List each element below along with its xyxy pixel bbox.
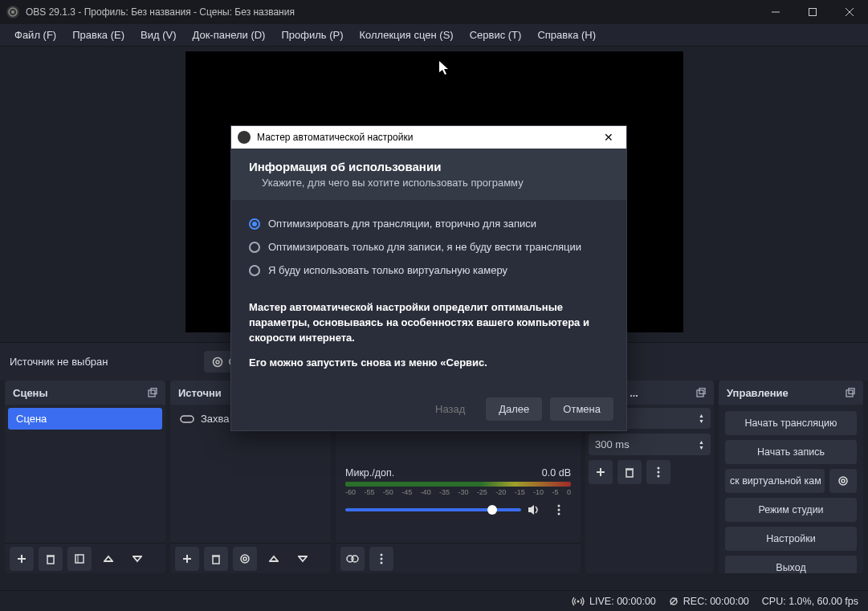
add-transition-button[interactable] — [589, 460, 613, 484]
svg-point-23 — [558, 505, 560, 507]
popout-icon[interactable] — [846, 388, 855, 397]
menu-file[interactable]: Файл (F) — [6, 26, 64, 44]
option-streaming[interactable]: Оптимизировать для трансляции, вторично … — [249, 218, 609, 230]
status-cpu: CPU: 1.0%, 60.00 fps — [762, 596, 858, 607]
remove-source-button[interactable] — [204, 547, 228, 571]
popout-icon[interactable] — [696, 388, 706, 397]
menu-help[interactable]: Справка (H) — [529, 26, 604, 44]
svg-point-37 — [658, 467, 660, 470]
source-up-button[interactable] — [262, 547, 286, 571]
dialog-header: Информация об использовании Укажите, для… — [231, 149, 626, 200]
next-button[interactable]: Далее — [486, 397, 542, 421]
remove-transition-button[interactable] — [617, 460, 642, 484]
scenes-dock: Сцены Сцена — [5, 381, 165, 573]
svg-point-28 — [381, 553, 383, 556]
back-button[interactable]: Назад — [422, 397, 478, 421]
titlebar: OBS 29.1.3 - Профиль: Без названия - Сце… — [0, 0, 868, 24]
studio-mode-button[interactable]: Режим студии — [725, 498, 857, 522]
menu-scenes[interactable]: Коллекция сцен (S) — [352, 26, 462, 44]
source-down-button[interactable] — [291, 547, 315, 571]
volume-slider[interactable] — [345, 508, 521, 511]
option-recording[interactable]: Оптимизировать только для записи, я не б… — [249, 241, 609, 253]
transition-props-button[interactable] — [646, 460, 670, 484]
source-props-button[interactable] — [233, 547, 257, 571]
record-icon — [669, 597, 679, 606]
gamepad-icon — [180, 414, 194, 424]
svg-point-24 — [558, 509, 560, 511]
svg-point-6 — [214, 357, 222, 366]
mixer-menu-button[interactable] — [369, 547, 393, 571]
minimize-button[interactable] — [757, 0, 794, 24]
popout-icon[interactable] — [148, 388, 157, 397]
window-title: OBS 29.1.3 - Профиль: Без названия - Сце… — [26, 6, 757, 18]
scene-up-button[interactable] — [96, 547, 120, 571]
radio-icon — [249, 242, 260, 253]
svg-rect-41 — [849, 389, 854, 394]
meter-ticks: -60-55-50-45-40-35-30-25-20-15-10-50 — [345, 488, 571, 496]
duration-spinner[interactable]: 300 ms ▲▼ — [589, 434, 711, 455]
option-label: Я буду использовать только виртуальную к… — [268, 264, 507, 276]
radio-icon — [249, 218, 260, 230]
exit-button[interactable]: Выход — [725, 556, 857, 573]
svg-rect-19 — [213, 556, 219, 564]
dialog-titlebar: Мастер автоматической настройки ✕ — [231, 126, 626, 149]
menu-profile[interactable]: Профиль (P) — [273, 26, 351, 44]
speaker-icon[interactable] — [528, 504, 540, 515]
svg-point-27 — [352, 556, 358, 562]
start-recording-button[interactable]: Начать запись — [725, 440, 857, 464]
svg-rect-3 — [809, 9, 817, 16]
svg-rect-35 — [626, 470, 633, 477]
svg-rect-14 — [75, 555, 84, 563]
scenes-title: Сцены — [13, 387, 48, 399]
scene-item[interactable]: Сцена — [8, 408, 162, 430]
dialog-title-text: Мастер автоматической настройки — [257, 132, 597, 143]
cancel-button[interactable]: Отмена — [550, 397, 613, 421]
svg-point-44 — [577, 600, 580, 602]
svg-point-22 — [243, 557, 247, 560]
svg-point-43 — [842, 479, 845, 483]
option-virtual-cam[interactable]: Я буду использовать только виртуальную к… — [249, 264, 609, 276]
svg-point-38 — [658, 471, 660, 474]
radio-icon — [249, 265, 260, 276]
scene-down-button[interactable] — [125, 547, 149, 571]
duration-value: 300 ms — [595, 438, 630, 450]
dialog-logo-icon — [238, 131, 251, 144]
menu-docks[interactable]: Док-панели (D) — [185, 26, 274, 44]
menu-tools[interactable]: Сервис (T) — [462, 26, 530, 44]
dialog-info-1: Мастер автоматической настройки определи… — [249, 300, 609, 346]
virtual-camera-button[interactable]: ск виртуальной кам — [725, 469, 825, 493]
option-label: Оптимизировать для трансляции, вторично … — [268, 218, 536, 230]
dialog-info-2: Его можно запустить снова из меню «Серви… — [249, 356, 609, 371]
svg-rect-12 — [47, 556, 54, 564]
track-level: 0.0 dB — [542, 467, 571, 479]
source-label: Захва — [201, 413, 230, 425]
add-scene-button[interactable] — [10, 547, 34, 571]
svg-rect-9 — [151, 389, 157, 394]
status-rec: REC: 00:00:00 — [669, 596, 749, 607]
maximize-button[interactable] — [794, 0, 831, 24]
svg-rect-32 — [699, 389, 705, 394]
close-button[interactable] — [831, 0, 868, 24]
dialog-close-button[interactable]: ✕ — [597, 131, 620, 144]
spinner-arrows-icon: ▲▼ — [699, 439, 704, 450]
auto-config-dialog: Мастер автоматической настройки ✕ Информ… — [230, 125, 627, 431]
broadcast-icon — [572, 596, 585, 607]
remove-scene-button[interactable] — [39, 547, 63, 571]
track-name: Микр./доп. — [345, 467, 394, 479]
dialog-subheading: Укажите, для чего вы хотите использовать… — [249, 177, 609, 189]
add-source-button[interactable] — [175, 547, 199, 571]
start-streaming-button[interactable]: Начать трансляцию — [725, 411, 857, 435]
track-menu-button[interactable] — [547, 498, 571, 522]
cursor-icon — [439, 61, 450, 75]
status-live: LIVE: 00:00:00 — [572, 596, 656, 607]
menu-edit[interactable]: Правка (E) — [64, 26, 132, 44]
scene-filters-button[interactable] — [67, 547, 92, 571]
mixer-track: Микр./доп. 0.0 dB -60-55-50-45-40-35-30-… — [339, 464, 577, 525]
dropdown-arrows-icon: ▲▼ — [699, 413, 704, 424]
svg-point-42 — [839, 477, 847, 485]
gear-icon — [212, 356, 223, 368]
menu-view[interactable]: Вид (V) — [132, 26, 184, 44]
virtual-camera-settings-button[interactable] — [829, 469, 857, 493]
settings-button[interactable]: Настройки — [725, 527, 857, 551]
mixer-settings-button[interactable] — [340, 547, 365, 571]
